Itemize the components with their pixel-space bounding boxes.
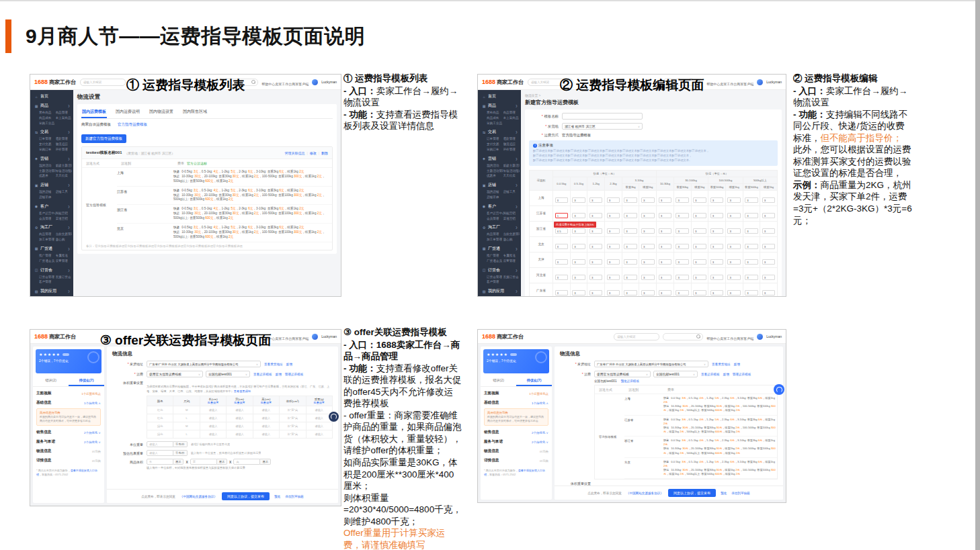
sidebar-subitem[interactable]: 商品管理 [56, 110, 73, 116]
rate-input[interactable] [555, 197, 569, 203]
sidebar-subitem[interactable]: 发布商品 [39, 110, 56, 116]
weight-input-cell[interactable]: 请输入 [306, 406, 332, 414]
rate-input[interactable] [710, 197, 724, 203]
sidebar-subitem[interactable]: 采购工业品 [39, 121, 56, 126]
sidebar-item-交易[interactable]: ⇆交易❯ [478, 127, 521, 136]
agreement-link[interactable]: 《中国网站交易服务协议》 [180, 495, 217, 498]
weight-input[interactable]: 请输入 [147, 450, 173, 456]
sidebar-item-厂货通[interactable]: ▩厂货通❯ [30, 244, 73, 253]
sidebar-item-交易[interactable]: ⇆交易❯ [30, 127, 73, 136]
rate-input[interactable] [693, 244, 706, 249]
tab-optimize[interactable]: 待优化(7) [516, 376, 552, 386]
quality-item-基础信息[interactable]: 基础信息1个待优化 ∧ [36, 398, 101, 407]
sidebar-subitem[interactable]: 我的活动 [39, 163, 56, 169]
logo-1688[interactable]: 1688 [482, 333, 495, 340]
rate-input[interactable] [762, 213, 776, 218]
sidebar-subitem[interactable]: 客户运营中心 [39, 211, 56, 216]
sidebar-item-首页[interactable]: ⌂首页 [478, 91, 521, 101]
rate-input[interactable] [589, 290, 603, 295]
rate-input[interactable] [727, 244, 741, 249]
sidebar-subitem[interactable]: 直播订货会 [56, 275, 73, 280]
dimension-input-cell[interactable]: 请输入 [253, 414, 279, 422]
header-link[interactable]: 卖家工作台 [720, 336, 737, 340]
sidebar-subitem[interactable]: 评价管理 [56, 147, 73, 152]
rate-input[interactable] [659, 228, 672, 234]
rate-input[interactable] [659, 244, 672, 249]
rate-input[interactable] [745, 228, 758, 234]
dimension-input-cell[interactable]: 请输入 [227, 430, 253, 439]
rate-input[interactable] [589, 213, 603, 218]
sidebar-subitem[interactable]: 订单管理 [39, 136, 56, 142]
search-input[interactable]: 请输入关键词 [614, 333, 659, 340]
user-name[interactable]: Luckyman [766, 334, 782, 338]
search-box[interactable] [218, 79, 258, 86]
sidebar-item-商品[interactable]: ▦商品❯ [478, 101, 521, 110]
quality-item-物流信息[interactable]: 物流信息已完善 [36, 446, 101, 455]
rate-input[interactable] [745, 259, 758, 265]
quality-item-服务与承诺[interactable]: 服务与承诺2个待优化 ∨ [36, 437, 101, 446]
save-draft-link[interactable]: 保存到草稿箱 [731, 492, 750, 495]
sidebar-subitem[interactable]: 支付交易 [39, 142, 56, 147]
sidebar-subitem[interactable]: 厂货通会员 [487, 259, 503, 264]
dimension-input-cell[interactable]: 请输入 [200, 414, 226, 422]
sidebar-item-店铺[interactable]: ▣店铺❯ [30, 180, 73, 189]
header-link[interactable]: 帮助中心 [706, 336, 720, 340]
sidebar-subitem[interactable]: 商品管理 [39, 232, 56, 237]
sidebar-subitem[interactable]: 专属推送 [503, 253, 520, 259]
rate-input[interactable] [641, 244, 655, 249]
quality-item-物流信息[interactable]: 物流信息已完善 [484, 446, 548, 455]
rate-input[interactable] [555, 290, 569, 295]
rate-input[interactable] [624, 197, 637, 203]
sidebar-item-淘工厂[interactable]: ⚙淘工厂❯ [30, 222, 73, 232]
sidebar-subitem[interactable]: 渠道营销 [503, 216, 520, 222]
rate-input[interactable] [676, 259, 689, 265]
sidebar-subitem[interactable]: 优惠券 [39, 173, 56, 179]
sidebar-subitem[interactable]: 放心购 [56, 237, 73, 242]
header-link[interactable]: 帮助中心 [706, 82, 720, 86]
sidebar-subitem[interactable]: 物流追踪 [56, 142, 73, 147]
sidebar-subitem[interactable]: 设置管理 [56, 259, 73, 264]
logo-1688[interactable]: 1688 [34, 333, 48, 340]
sidebar-item-客户[interactable]: ◉客户❯ [30, 201, 73, 211]
rate-input[interactable] [555, 259, 569, 265]
template-action-删除[interactable]: 删除 [321, 151, 328, 155]
agreement-link[interactable]: 《中国网站交易服务协议》 [626, 492, 663, 495]
sidebar-item-我的应用[interactable]: ▨我的应用❯ [30, 286, 73, 295]
batch-set-link[interactable]: 批量设置 [202, 401, 224, 404]
rate-input[interactable] [641, 228, 655, 234]
rate-input[interactable] [727, 259, 741, 265]
quality-item-销售信息[interactable]: 销售信息2个待优化 ∨ [484, 427, 548, 437]
rate-input[interactable] [727, 213, 741, 218]
sidebar-subitem[interactable]: 放心购 [503, 237, 520, 242]
dimension-input-cell[interactable]: 请输入 [200, 406, 226, 414]
sidebar-subitem[interactable]: 新建主题活动 [56, 163, 73, 169]
link-新增[interactable]: 新增 [723, 373, 729, 376]
rate-input[interactable] [659, 197, 672, 203]
sidebar-subitem[interactable]: 智能营销 [56, 211, 73, 216]
header-link[interactable]: 帮助中心 [261, 336, 275, 340]
sidebar-subitem[interactable]: 客户管理 [487, 279, 503, 285]
freight-template-select[interactable]: 全国包邮test001∨ [653, 371, 698, 377]
avatar[interactable] [757, 79, 763, 85]
rate-input[interactable] [659, 275, 672, 280]
tab-国内运费说明[interactable]: 国内运费说明 [115, 107, 140, 118]
dimension-input-cell[interactable]: 请输入 [227, 422, 253, 430]
link-查看发货地址[interactable]: 查看发货地址 [712, 363, 731, 366]
sidebar-subitem[interactable]: 商品管理 [487, 232, 503, 237]
sidebar-subitem[interactable]: 店铺装修 [39, 195, 56, 200]
rate-input[interactable] [555, 244, 569, 249]
quality-item-主图视频[interactable]: 主图视频1个运营优化点 [484, 388, 548, 398]
rate-input[interactable] [762, 275, 776, 280]
rate-input[interactable] [607, 290, 620, 295]
freight-template-type-select[interactable]: 使用官方指导运费模板∨ [147, 371, 203, 377]
rate-input[interactable] [607, 259, 620, 265]
subtab-官方指导运费模板[interactable]: 官方指导运费模板 [118, 122, 147, 127]
link-管理运费模板[interactable]: 管理运费模板 [285, 373, 304, 376]
sidebar-subitem[interactable]: 评价管理 [503, 147, 520, 152]
batch-set-link[interactable]: 批量设置 [308, 401, 331, 404]
dimension-input-cell[interactable]: 请输入 [253, 406, 279, 414]
sidebar-item-客户[interactable]: ◉客户❯ [478, 201, 521, 211]
tab-errors[interactable]: 错误(2) [33, 376, 69, 386]
rate-input[interactable] [624, 244, 637, 249]
template-action-修改[interactable]: 修改 [310, 151, 317, 155]
